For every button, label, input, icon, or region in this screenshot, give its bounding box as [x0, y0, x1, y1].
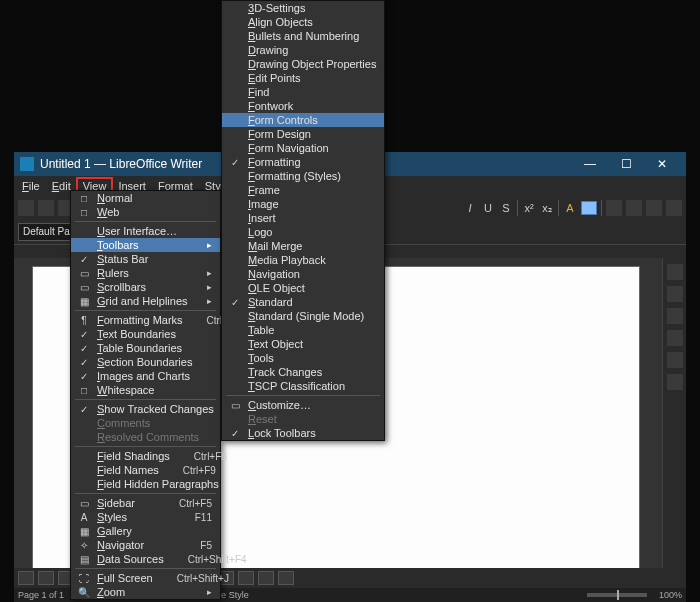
view-menu-item-field-shadings[interactable]: Field ShadingsCtrl+F8 — [71, 449, 220, 463]
minimize-button[interactable]: — — [572, 157, 608, 171]
menu-item-label: Gallery — [97, 525, 212, 537]
menu-file[interactable]: File — [16, 178, 46, 194]
toolbars-menu-item-image[interactable]: Image — [222, 197, 384, 211]
zoom-slider[interactable] — [587, 593, 647, 597]
view-menu-item-images-and-charts[interactable]: ✓Images and Charts — [71, 369, 220, 383]
align-right-button[interactable] — [646, 200, 662, 216]
highlight-button[interactable] — [581, 201, 597, 215]
view-menu-item-section-boundaries[interactable]: ✓Section Boundaries — [71, 355, 220, 369]
check-icon: ✓ — [226, 428, 244, 439]
menu-item-label: Status Bar — [97, 253, 212, 265]
toolbars-menu-item-edit-points[interactable]: Edit Points — [222, 71, 384, 85]
menu-icon: ▭ — [75, 282, 93, 293]
view-menu-item-gallery[interactable]: ▦Gallery — [71, 524, 220, 538]
view-menu-item-full-screen[interactable]: ⛶Full ScreenCtrl+Shift+J — [71, 571, 220, 585]
toolbars-menu-item-lock-toolbars[interactable]: ✓Lock Toolbars — [222, 426, 384, 440]
toolbars-menu-item-navigation[interactable]: Navigation — [222, 267, 384, 281]
toolbars-menu-item-formatting[interactable]: ✓Formatting — [222, 155, 384, 169]
view-menu-item-styles[interactable]: AStylesF11 — [71, 510, 220, 524]
view-menu-item-normal[interactable]: □Normal — [71, 191, 220, 205]
bottom-tool[interactable] — [38, 571, 54, 585]
view-menu-item-text-boundaries[interactable]: ✓Text Boundaries — [71, 327, 220, 341]
maximize-button[interactable]: ☐ — [608, 157, 644, 171]
view-menu-item-status-bar[interactable]: ✓Status Bar — [71, 252, 220, 266]
view-menu-item-grid-and-helplines[interactable]: ▦Grid and Helplines▸ — [71, 294, 220, 308]
toolbars-menu-item-fontwork[interactable]: Fontwork — [222, 99, 384, 113]
view-menu-item-sidebar[interactable]: ▭SidebarCtrl+F5 — [71, 496, 220, 510]
toolbars-menu-item-align-objects[interactable]: Align Objects — [222, 15, 384, 29]
toolbars-submenu: 3D-SettingsAlign ObjectsBullets and Numb… — [221, 0, 385, 441]
menu-icon: □ — [75, 385, 93, 396]
view-menu-item-formatting-marks[interactable]: ¶Formatting MarksCtrl+F10 — [71, 313, 220, 327]
submenu-arrow-icon: ▸ — [207, 282, 212, 292]
align-justify-button[interactable] — [666, 200, 682, 216]
font-color-button[interactable]: A — [563, 201, 577, 215]
view-menu-item-navigator[interactable]: ✧NavigatorF5 — [71, 538, 220, 552]
close-button[interactable]: ✕ — [644, 157, 680, 171]
view-menu-item-data-sources[interactable]: ▤Data SourcesCtrl+Shift+F4 — [71, 552, 220, 566]
toolbars-menu-item-logo[interactable]: Logo — [222, 225, 384, 239]
toolbars-menu-item-media-playback[interactable]: Media Playback — [222, 253, 384, 267]
view-menu-item-whitespace[interactable]: □Whitespace — [71, 383, 220, 397]
toolbars-menu-item-drawing[interactable]: Drawing — [222, 43, 384, 57]
view-menu-item-field-hidden-paragraphs[interactable]: Field Hidden Paragraphs — [71, 477, 220, 491]
view-menu-item-rulers[interactable]: ▭Rulers▸ — [71, 266, 220, 280]
sidebar-properties-icon[interactable] — [667, 264, 683, 280]
underline-button[interactable]: U — [481, 201, 495, 215]
toolbars-menu-item-customize[interactable]: ▭Customize… — [222, 398, 384, 412]
toolbars-menu-item-form-controls[interactable]: Form Controls — [222, 113, 384, 127]
align-center-button[interactable] — [626, 200, 642, 216]
bottom-tool[interactable] — [18, 571, 34, 585]
view-menu-item-field-names[interactable]: Field NamesCtrl+F9 — [71, 463, 220, 477]
check-icon: ✓ — [75, 371, 93, 382]
toolbars-menu-item-3d-settings[interactable]: 3D-Settings — [222, 1, 384, 15]
menu-icon: ▭ — [75, 498, 93, 509]
toolbars-menu-item-drawing-object-properties[interactable]: Drawing Object Properties — [222, 57, 384, 71]
toolbar-button[interactable] — [18, 200, 34, 216]
align-left-button[interactable] — [606, 200, 622, 216]
bottom-tool[interactable] — [278, 571, 294, 585]
sidebar-gallery-icon[interactable] — [667, 308, 683, 324]
subscript-button[interactable]: x₂ — [540, 201, 554, 215]
view-menu-item-user-interface[interactable]: User Interface… — [71, 224, 220, 238]
view-menu-item-zoom[interactable]: 🔍Zoom▸ — [71, 585, 220, 599]
toolbars-menu-item-bullets-and-numbering[interactable]: Bullets and Numbering — [222, 29, 384, 43]
status-page[interactable]: Page 1 of 1 — [18, 590, 64, 600]
toolbars-menu-item-find[interactable]: Find — [222, 85, 384, 99]
toolbars-menu-item-tools[interactable]: Tools — [222, 351, 384, 365]
toolbars-menu-item-tscp-classification[interactable]: TSCP Classification — [222, 379, 384, 393]
bottom-tool[interactable] — [258, 571, 274, 585]
menu-item-label: Customize… — [248, 399, 376, 411]
menu-item-label: Text Object — [248, 338, 376, 350]
toolbars-menu-item-insert[interactable]: Insert — [222, 211, 384, 225]
toolbars-menu-item-form-navigation[interactable]: Form Navigation — [222, 141, 384, 155]
view-menu-item-toolbars[interactable]: Toolbars▸ — [71, 238, 220, 252]
toolbars-menu-item-standard[interactable]: ✓Standard — [222, 295, 384, 309]
toolbars-menu-item-table[interactable]: Table — [222, 323, 384, 337]
sidebar-page-icon[interactable] — [667, 352, 683, 368]
toolbars-menu-item-ole-object[interactable]: OLE Object — [222, 281, 384, 295]
sidebar-inspector-icon[interactable] — [667, 374, 683, 390]
superscript-button[interactable]: x² — [522, 201, 536, 215]
toolbars-menu-item-frame[interactable]: Frame — [222, 183, 384, 197]
bottom-tool[interactable] — [238, 571, 254, 585]
view-menu-item-separator — [75, 493, 216, 494]
sidebar-navigator-icon[interactable] — [667, 330, 683, 346]
toolbar-button[interactable] — [38, 200, 54, 216]
menu-item-label: Track Changes — [248, 366, 376, 378]
toolbars-menu-item-form-design[interactable]: Form Design — [222, 127, 384, 141]
status-zoom[interactable]: 100% — [659, 590, 682, 600]
toolbars-menu-item-track-changes[interactable]: Track Changes — [222, 365, 384, 379]
view-menu-item-web[interactable]: □Web — [71, 205, 220, 219]
strike-button[interactable]: S — [499, 201, 513, 215]
toolbars-menu-item-formatting-styles[interactable]: Formatting (Styles) — [222, 169, 384, 183]
toolbars-menu-item-mail-merge[interactable]: Mail Merge — [222, 239, 384, 253]
view-menu-item-scrollbars[interactable]: ▭Scrollbars▸ — [71, 280, 220, 294]
view-menu-item-show-tracked-changes[interactable]: ✓Show Tracked Changes — [71, 402, 220, 416]
sidebar-styles-icon[interactable] — [667, 286, 683, 302]
toolbars-menu-item-standard-single-mode[interactable]: Standard (Single Mode) — [222, 309, 384, 323]
bold-button[interactable]: I — [463, 201, 477, 215]
view-menu-item-table-boundaries[interactable]: ✓Table Boundaries — [71, 341, 220, 355]
view-menu: □Normal□WebUser Interface…Toolbars▸✓Stat… — [70, 190, 221, 600]
toolbars-menu-item-text-object[interactable]: Text Object — [222, 337, 384, 351]
